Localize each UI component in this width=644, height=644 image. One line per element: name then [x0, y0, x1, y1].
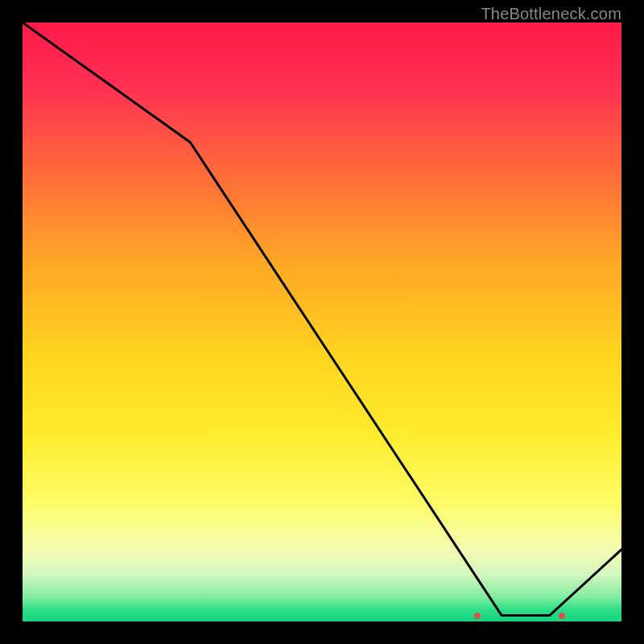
optimal-band-marker	[477, 613, 561, 621]
attribution-text: TheBottleneck.com	[481, 5, 621, 23]
bottleneck-curve-path	[23, 23, 621, 616]
chart-plot-area	[23, 23, 621, 621]
chart-line	[23, 23, 621, 621]
band-dot-right	[559, 613, 565, 619]
band-dot-left	[474, 613, 481, 619]
